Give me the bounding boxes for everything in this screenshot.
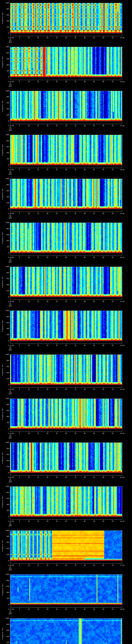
y-axis-title: Frequency (Hz) (2, 8, 3, 28)
y-tick-label: 1000 (3, 134, 9, 136)
x-tick-label: 35 (72, 81, 78, 82)
x-tick-label: 25 (54, 565, 60, 566)
x-tick-label: 50 (100, 301, 106, 302)
x-tick-label: 45 (91, 433, 97, 434)
x-tick-label: 40 (82, 125, 88, 126)
x-tick-label: 50 (100, 169, 106, 170)
x-tick-label: 45 (91, 125, 97, 126)
y-axis-title: Frequency (Hz) (2, 360, 3, 380)
x-tick-label: 5 (17, 433, 22, 434)
y-tick-label: 1000 (3, 398, 9, 399)
x-tick-label: 5 (17, 37, 22, 38)
x-tick-label: 35 (72, 37, 78, 38)
y-tick-label: 200 (3, 642, 9, 643)
x-tick-label: 30 (63, 608, 69, 610)
spectrogram-panel: Frequency (Hz) 3:28:00 29:00 11 Jul 2017… (0, 616, 132, 644)
y-axis-title: Frequency (Hz) (2, 140, 3, 160)
y-tick-label: 1000 (3, 266, 9, 268)
x-tick-label: 40 (82, 37, 88, 38)
x-tick-label: 10 (26, 389, 32, 390)
date-year-label: 2017 (4, 569, 17, 570)
x-tick-label: 55 (110, 608, 116, 610)
y-tick-label: 600 (3, 630, 9, 631)
x-tick-label: 15 (35, 389, 41, 390)
y-tick-label: 800 (3, 316, 9, 317)
x-tick-label: 45 (91, 477, 97, 478)
x-tick-label: 30 (63, 389, 69, 390)
x-tick-label: 30 (63, 257, 69, 258)
y-tick-label: 1000 (3, 310, 9, 311)
y-tick-label: 0 (3, 472, 9, 473)
x-tick-label: 5 (17, 608, 22, 610)
x-tick-label: 40 (82, 565, 88, 566)
x-tick-label: 25 (54, 345, 60, 346)
x-tick-label: 50 (100, 389, 106, 390)
x-tick-label: 15 (35, 345, 41, 346)
y-tick-label: 1000 (3, 46, 9, 48)
x-tick-label: 25 (54, 37, 60, 38)
y-tick-label: 400 (3, 20, 9, 22)
x-tick-label: 10 (26, 301, 32, 302)
y-tick-label: 800 (3, 140, 9, 142)
x-tick-label: 30 (63, 213, 69, 214)
x-tick-label: 40 (82, 389, 88, 390)
date-day-label: 11 (4, 434, 17, 436)
y-tick-label: 800 (3, 448, 9, 449)
x-tick-label: 55 (110, 169, 116, 170)
x-tick-label: 45 (91, 389, 97, 390)
x-tick-label: 45 (91, 213, 97, 214)
y-tick-label: 200 (3, 334, 9, 336)
y-axis-title: Frequency (Hz) (2, 579, 3, 600)
y-axis-title: Frequency (Hz) (2, 184, 3, 204)
x-tick-label: 10 (26, 477, 32, 478)
y-tick-label: 1000 (3, 530, 9, 531)
x-tick-label: 55 (110, 345, 116, 346)
date-month-label: Jul (4, 568, 17, 569)
y-axis-title: Frequency (Hz) (2, 228, 3, 248)
x-tick-label: 40 (82, 213, 88, 214)
y-tick-label: 200 (3, 114, 9, 116)
x-tick-label: 40 (82, 477, 88, 478)
x-axis-start-time: 3:25:00 (4, 520, 17, 522)
y-tick-label: 200 (3, 26, 9, 28)
x-tick-label: 15 (35, 608, 41, 610)
date-year-label: 2017 (4, 437, 17, 439)
y-tick-label: 0 (3, 604, 9, 605)
x-tick-label: 45 (91, 169, 97, 170)
x-tick-label: 20 (44, 37, 50, 38)
x-tick-label: 45 (91, 301, 97, 302)
x-tick-label: 25 (54, 477, 60, 478)
x-axis-start-time: 3:21:00 (4, 345, 17, 346)
y-tick-label: 400 (3, 636, 9, 637)
x-axis-end-time: 18:00 (116, 169, 129, 170)
x-tick-label: 25 (54, 125, 60, 126)
x-axis-end-time: 25:00 (116, 477, 129, 478)
x-tick-label: 5 (17, 125, 22, 126)
x-tick-label: 20 (44, 565, 50, 566)
x-tick-label: 35 (72, 565, 78, 566)
x-axis-end-time: 22:00 (116, 345, 129, 346)
y-tick-label: 1000 (3, 618, 9, 619)
x-axis-start-time: 3:16:00 (4, 125, 17, 126)
y-tick-label: 1000 (3, 222, 9, 223)
y-tick-label: 600 (3, 102, 9, 104)
x-tick-label: 25 (54, 389, 60, 390)
x-tick-label: 40 (82, 301, 88, 302)
x-tick-label: 35 (72, 520, 78, 522)
x-tick-label: 35 (72, 608, 78, 610)
date-year-label: 2017 (4, 349, 17, 351)
x-axis-end-time: 27:00 (116, 565, 129, 566)
date-year-label: 2017 (4, 130, 17, 131)
x-tick-label: 5 (17, 213, 22, 214)
x-tick-label: 30 (63, 81, 69, 82)
y-tick-label: 1000 (3, 178, 9, 180)
y-tick-label: 0 (3, 164, 9, 166)
y-tick-label: 1000 (3, 354, 9, 355)
x-tick-label: 40 (82, 520, 88, 522)
x-axis-end-time: 16:00 (116, 81, 129, 82)
x-tick-label: 5 (17, 257, 22, 258)
x-tick-label: 45 (91, 257, 97, 258)
x-axis-end-time: 20:00 (116, 257, 129, 258)
date-year-label: 2017 (4, 86, 17, 87)
x-tick-label: 40 (82, 81, 88, 82)
